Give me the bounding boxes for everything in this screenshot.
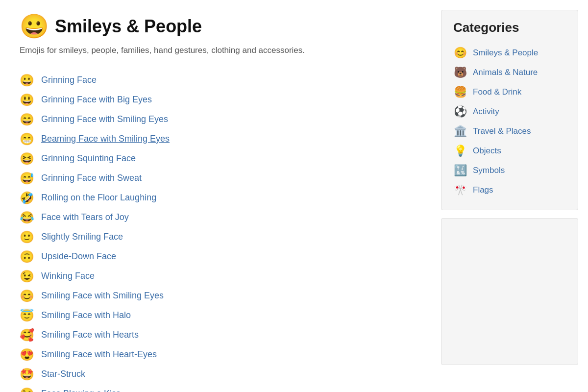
category-item: 🎌Flags — [453, 180, 566, 200]
list-item: 😁Beaming Face with Smiling Eyes — [20, 129, 412, 149]
category-link[interactable]: Symbols — [473, 166, 505, 175]
category-icon: 💡 — [453, 145, 467, 157]
list-item: 🙃Upside-Down Face — [20, 247, 412, 267]
category-item: 🔣Symbols — [453, 161, 566, 180]
emoji-icon: 🙂 — [20, 230, 34, 244]
list-item: 🥰Smiling Face with Hearts — [20, 325, 412, 345]
emoji-icon: 🙃 — [20, 250, 34, 264]
emoji-icon: 😍 — [20, 348, 34, 362]
category-icon: 🔣 — [453, 164, 467, 177]
list-item: 😃Grinning Face with Big Eyes — [20, 90, 412, 110]
category-item: 😊Smileys & People — [453, 43, 566, 63]
category-icon: 🎌 — [453, 184, 467, 196]
list-item: 😘Face Blowing a Kiss — [20, 384, 412, 392]
emoji-icon: 😁 — [20, 132, 34, 146]
emoji-icon: 😀 — [20, 74, 34, 87]
sidebar-ad-box — [441, 218, 578, 365]
category-icon: 😊 — [453, 47, 467, 59]
list-item: 😀Grinning Face — [20, 71, 412, 90]
emoji-icon: 😄 — [20, 113, 34, 126]
categories-title: Categories — [453, 20, 566, 35]
list-item: 😉Winking Face — [20, 267, 412, 286]
emoji-icon: 😇 — [20, 309, 34, 322]
categories-box: Categories 😊Smileys & People🐻Animals & N… — [441, 10, 578, 210]
list-item: 🤣Rolling on the Floor Laughing — [20, 188, 412, 208]
emoji-icon: 😅 — [20, 172, 34, 185]
emoji-icon: 😊 — [20, 289, 34, 303]
category-link[interactable]: Objects — [473, 146, 501, 156]
category-link[interactable]: Flags — [473, 185, 493, 195]
main-content: 😀 Smileys & People Emojis for smileys, p… — [0, 0, 431, 392]
emoji-link[interactable]: Smiling Face with Hearts — [41, 330, 139, 340]
list-item: 🙂Slightly Smiling Face — [20, 227, 412, 247]
emoji-icon: 😘 — [20, 387, 34, 392]
list-item: 😄Grinning Face with Smiling Eyes — [20, 110, 412, 129]
page-subtitle: Emojis for smileys, people, families, ha… — [20, 44, 412, 57]
category-list: 😊Smileys & People🐻Animals & Nature🍔Food … — [453, 43, 566, 200]
emoji-link[interactable]: Star-Struck — [41, 369, 85, 379]
emoji-link[interactable]: Slightly Smiling Face — [41, 232, 123, 242]
category-item: 💡Objects — [453, 141, 566, 161]
list-item: 😂Face with Tears of Joy — [20, 208, 412, 227]
emoji-link[interactable]: Face with Tears of Joy — [41, 212, 129, 222]
emoji-icon: 🥰 — [20, 328, 34, 342]
emoji-icon: 🤩 — [20, 368, 34, 381]
category-item: 🏛️Travel & Places — [453, 122, 566, 141]
emoji-icon: 😂 — [20, 211, 34, 224]
emoji-link[interactable]: Grinning Squinting Face — [41, 153, 136, 164]
category-link[interactable]: Animals & Nature — [473, 68, 538, 77]
emoji-icon: 🤣 — [20, 191, 34, 205]
category-icon: ⚽ — [453, 105, 467, 118]
list-item: 😅Grinning Face with Sweat — [20, 169, 412, 188]
list-item: 😆Grinning Squinting Face — [20, 149, 412, 169]
emoji-link[interactable]: Winking Face — [41, 271, 95, 281]
emoji-link[interactable]: Beaming Face with Smiling Eyes — [41, 134, 170, 144]
category-item: 🐻Animals & Nature — [453, 63, 566, 82]
category-icon: 🐻 — [453, 66, 467, 79]
emoji-icon: 😆 — [20, 152, 34, 166]
emoji-link[interactable]: Upside-Down Face — [41, 251, 116, 262]
category-link[interactable]: Food & Drink — [473, 87, 521, 97]
page-title-emoji: 😀 — [20, 15, 49, 38]
list-item: 😍Smiling Face with Heart-Eyes — [20, 345, 412, 365]
emoji-icon: 😉 — [20, 270, 34, 283]
sidebar: Categories 😊Smileys & People🐻Animals & N… — [431, 0, 588, 392]
category-icon: 🏛️ — [453, 125, 467, 138]
category-item: ⚽Activity — [453, 102, 566, 122]
emoji-link[interactable]: Grinning Face with Sweat — [41, 173, 142, 183]
emoji-link[interactable]: Grinning Face with Smiling Eyes — [41, 114, 168, 124]
list-item: 🤩Star-Struck — [20, 365, 412, 384]
emoji-icon: 😃 — [20, 93, 34, 107]
page-header: 😀 Smileys & People — [20, 15, 412, 38]
emoji-link[interactable]: Smiling Face with Heart-Eyes — [41, 349, 157, 360]
emoji-link[interactable]: Face Blowing a Kiss — [41, 389, 121, 392]
category-icon: 🍔 — [453, 86, 467, 98]
category-link[interactable]: Travel & Places — [473, 126, 531, 136]
emoji-link[interactable]: Grinning Face — [41, 75, 97, 85]
list-item: 😊Smiling Face with Smiling Eyes — [20, 286, 412, 306]
category-item: 🍔Food & Drink — [453, 82, 566, 102]
list-item: 😇Smiling Face with Halo — [20, 306, 412, 325]
emoji-list: 😀Grinning Face😃Grinning Face with Big Ey… — [20, 71, 412, 392]
emoji-link[interactable]: Rolling on the Floor Laughing — [41, 193, 156, 203]
emoji-link[interactable]: Grinning Face with Big Eyes — [41, 95, 152, 105]
category-link[interactable]: Activity — [473, 107, 499, 117]
emoji-link[interactable]: Smiling Face with Smiling Eyes — [41, 291, 164, 301]
page-title: Smileys & People — [55, 16, 202, 37]
category-link[interactable]: Smileys & People — [473, 48, 538, 58]
emoji-link[interactable]: Smiling Face with Halo — [41, 310, 131, 320]
